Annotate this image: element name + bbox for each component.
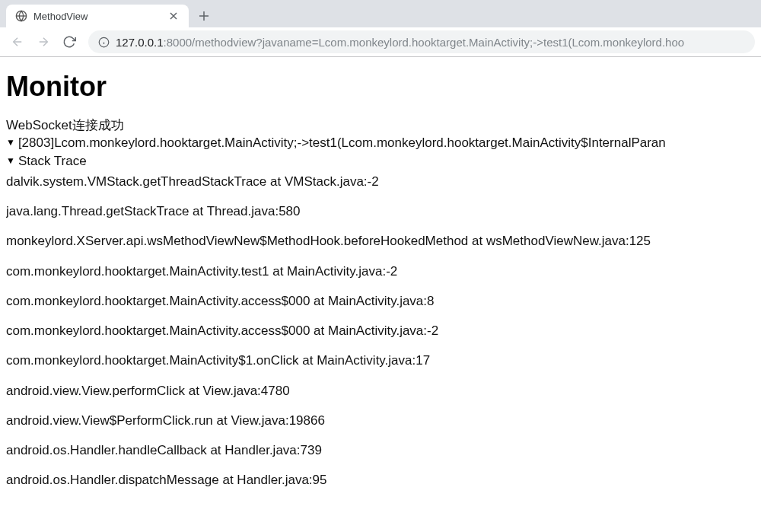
websocket-status: WebSocket连接成功 <box>6 117 755 133</box>
url-path: /methodview?javaname=Lcom.monkeylord.hoo… <box>192 36 684 49</box>
globe-icon <box>15 10 27 22</box>
stack-trace-block: dalvik.system.VMStack.getThreadStackTrac… <box>6 174 755 489</box>
page-content: Monitor WebSocket连接成功 ▼ [2803]Lcom.monke… <box>0 57 761 510</box>
stack-line: dalvik.system.VMStack.getThreadStackTrac… <box>6 174 755 190</box>
stack-line: android.os.Handler.handleCallback at Han… <box>6 442 755 458</box>
back-button[interactable] <box>6 30 29 53</box>
chevron-down-icon: ▼ <box>6 155 15 167</box>
url-host: 127.0.0.1 <box>116 36 164 49</box>
page-title: Monitor <box>6 69 755 104</box>
stack-line: android.view.View$PerformClick.run at Vi… <box>6 413 755 428</box>
stack-trace-label: Stack Trace <box>18 153 87 169</box>
stack-line: com.monkeylord.hooktarget.MainActivity.a… <box>6 323 755 339</box>
reload-button[interactable] <box>58 30 81 53</box>
tab-title: MethodView <box>33 11 161 22</box>
stack-line: monkeylord.XServer.api.wsMethodViewNew$M… <box>6 233 755 249</box>
browser-chrome: MethodView 127.0.0.1:8000/methodview?jav… <box>0 0 761 57</box>
method-call-label: [2803]Lcom.monkeylord.hooktarget.MainAct… <box>18 135 666 151</box>
stack-line: com.monkeylord.hooktarget.MainActivity.t… <box>6 263 755 279</box>
tab-bar: MethodView <box>0 0 761 27</box>
info-icon[interactable] <box>97 36 110 48</box>
stack-line: java.lang.Thread.getStackTrace at Thread… <box>6 203 755 219</box>
method-call-row[interactable]: ▼ [2803]Lcom.monkeylord.hooktarget.MainA… <box>6 135 755 151</box>
stack-line: android.os.Handler.dispatchMessage at Ha… <box>6 472 755 488</box>
browser-tab[interactable]: MethodView <box>6 5 189 27</box>
url-port: :8000 <box>164 36 193 49</box>
stack-line: com.monkeylord.hooktarget.MainActivity.a… <box>6 293 755 309</box>
forward-button[interactable] <box>32 30 55 53</box>
close-icon[interactable] <box>167 10 180 22</box>
stack-trace-row[interactable]: ▼ Stack Trace <box>6 153 755 169</box>
stack-line: android.view.View.performClick at View.j… <box>6 383 755 399</box>
url-text: 127.0.0.1:8000/methodview?javaname=Lcom.… <box>116 36 746 49</box>
toolbar: 127.0.0.1:8000/methodview?javaname=Lcom.… <box>0 27 761 56</box>
stack-line: com.monkeylord.hooktarget.MainActivity$1… <box>6 352 755 368</box>
address-bar[interactable]: 127.0.0.1:8000/methodview?javaname=Lcom.… <box>88 30 755 53</box>
chevron-down-icon: ▼ <box>6 137 15 148</box>
new-tab-button[interactable] <box>193 5 215 27</box>
